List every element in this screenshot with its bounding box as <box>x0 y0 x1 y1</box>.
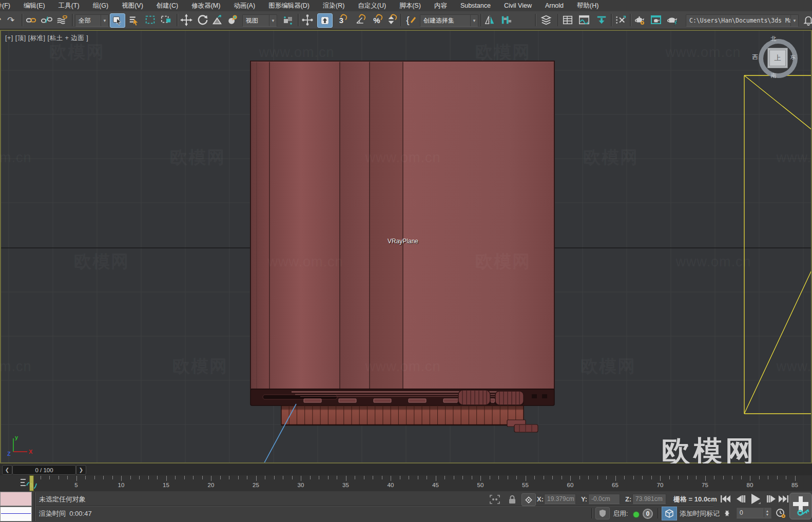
go-to-end-button[interactable] <box>777 493 790 505</box>
y-coordinate-field[interactable]: -0.0cm <box>588 494 620 504</box>
selection-center-button[interactable] <box>317 13 333 28</box>
viewcube-south[interactable]: 南 <box>770 72 777 80</box>
menu-item-6[interactable]: 修改器(M) <box>185 0 227 11</box>
render-production-button[interactable] <box>665 13 680 27</box>
z-coordinate-field[interactable]: 73.981cm <box>632 494 666 504</box>
redo-button[interactable]: ↷ <box>4 13 17 27</box>
piano-model[interactable] <box>250 61 554 432</box>
selection-lock-icon[interactable] <box>507 494 517 505</box>
rendered-frame-window-button[interactable] <box>649 13 663 27</box>
menu-item-2[interactable]: 工具(T) <box>52 0 86 11</box>
angle-snap-button[interactable] <box>353 13 366 27</box>
time-slider-value[interactable]: 0 / 100 <box>12 465 76 475</box>
window-crossing-button[interactable] <box>160 13 173 27</box>
spinner-snap-button[interactable] <box>384 13 398 27</box>
layer-manager-button[interactable] <box>539 13 553 27</box>
ruler-tick <box>256 476 257 481</box>
project-folder-dropdown[interactable]: C:\Users\Han\Documents\3ds Max 2022 ▼ <box>686 14 799 27</box>
select-place-button[interactable] <box>226 13 239 27</box>
select-scale-button[interactable] <box>210 13 224 27</box>
time-configuration-button[interactable] <box>774 507 787 519</box>
scene-explorer-button[interactable] <box>560 13 575 27</box>
ruler-tick <box>427 476 427 479</box>
schematic-view-button[interactable] <box>594 13 609 27</box>
isolate-selection-toolbar-button[interactable] <box>613 13 628 27</box>
time-slider-prev-button[interactable]: ❮ <box>2 465 12 475</box>
viewcube[interactable]: 上 北 南 西 东 <box>758 38 799 79</box>
mirror-button[interactable] <box>483 13 496 27</box>
x-coordinate-field[interactable]: 19.379cm <box>544 494 576 504</box>
ruler-tick <box>534 476 535 479</box>
align-button[interactable] <box>499 13 513 27</box>
current-frame-marker[interactable] <box>29 475 34 491</box>
menu-item-5[interactable]: 创建(C) <box>150 0 185 11</box>
notification-bell-icon[interactable] <box>802 13 812 27</box>
viewcube-west[interactable]: 西 <box>751 53 759 61</box>
absolute-mode-toggle[interactable] <box>521 493 536 506</box>
add-time-tag[interactable]: 添加时间标记 <box>680 509 720 518</box>
menu-item-16[interactable]: 帮助(H) <box>570 0 605 11</box>
select-link-button[interactable] <box>25 13 38 27</box>
menu-item-4[interactable]: 视图(V) <box>115 0 150 11</box>
menu-item-15[interactable]: Arnold <box>538 0 570 11</box>
use-pivot-center-button[interactable] <box>280 13 296 27</box>
viewcube-east[interactable]: 东 <box>789 53 797 61</box>
menu-item-12[interactable]: 内容 <box>428 0 454 11</box>
key-mode-toggle[interactable] <box>720 507 731 519</box>
menu-item-10[interactable]: 自定义(U) <box>351 0 393 11</box>
rectangular-selection-region-button[interactable] <box>144 13 157 27</box>
selection-filter-dropdown[interactable]: 全部 ▼ <box>75 14 109 27</box>
menu-item-7[interactable]: 动画(A) <box>227 0 262 11</box>
menu-item-13[interactable]: Substance <box>454 0 497 11</box>
select-rotate-button[interactable] <box>196 13 209 27</box>
bind-spacewarp-button[interactable] <box>55 13 69 27</box>
set-key-button[interactable] <box>789 493 812 519</box>
select-move-button[interactable] <box>180 13 193 27</box>
degradation-shield-button[interactable] <box>595 507 610 519</box>
menu-item-3[interactable]: 组(G) <box>86 0 115 11</box>
viewport-top[interactable]: y X Z [+] [顶] [标准] [粘土 + 边面 ] VRayPlane … <box>0 30 812 463</box>
ruler-tick <box>660 476 661 481</box>
time-slider-row[interactable]: ❮ 0 / 100 ❯ <box>0 463 812 476</box>
maxscript-mini-listener-white[interactable] <box>0 507 32 521</box>
percent-snap-button[interactable]: % <box>370 13 383 27</box>
menu-item-11[interactable]: 脚本(S) <box>393 0 428 11</box>
viewcube-north[interactable]: 北 <box>770 35 777 43</box>
menu-item-0[interactable]: 文件(F) <box>0 0 17 11</box>
play-button[interactable] <box>747 492 764 506</box>
maxscript-mini-listener-pink[interactable] <box>0 492 32 506</box>
viewport-label[interactable]: [+] [顶] [标准] [粘土 + 边面 ] <box>5 34 88 43</box>
ruler-tick <box>597 476 598 479</box>
isolate-selection-icon[interactable] <box>489 494 501 505</box>
frame-spinner[interactable]: ▲▼ <box>764 508 770 517</box>
select-by-name-button[interactable] <box>127 13 141 27</box>
go-to-start-button[interactable] <box>719 493 732 505</box>
menu-item-1[interactable]: 编辑(E) <box>17 0 52 11</box>
ruler-tick <box>211 476 211 481</box>
edit-named-selection-button[interactable]: { <box>404 13 418 27</box>
ruler-tick <box>444 476 445 479</box>
next-frame-button[interactable] <box>765 493 778 505</box>
timeline-ruler[interactable]: 0510152025303540455055606570758085 <box>0 475 803 491</box>
menu-item-9[interactable]: 渲染(R) <box>316 0 351 11</box>
ruler-tick <box>310 476 311 479</box>
menu-item-14[interactable]: Civil View <box>497 0 538 11</box>
curve-editor-button[interactable] <box>577 13 591 27</box>
current-frame-field[interactable]: 0 ▲▼ <box>736 507 772 518</box>
undo-button[interactable]: ↶ <box>0 13 4 27</box>
enable-count-badge[interactable]: 0 <box>643 509 653 519</box>
viewcube-top-face[interactable]: 上 <box>767 48 788 68</box>
snap-handle-icon[interactable] <box>301 13 314 27</box>
render-setup-button[interactable] <box>632 13 647 27</box>
previous-frame-button[interactable] <box>734 493 747 505</box>
track-bar[interactable]: 0510152025303540455055606570758085 <box>0 475 812 492</box>
named-selection-sets-dropdown[interactable]: 创建选择集 ▼ <box>420 14 478 27</box>
selected-wireframe[interactable] <box>744 75 812 414</box>
select-object-button[interactable] <box>110 13 125 28</box>
reference-coordinate-dropdown[interactable]: 视图 ▼ <box>242 14 277 27</box>
unlink-button[interactable] <box>40 13 53 27</box>
snap-toggle-3d-button[interactable]: 3 <box>335 13 348 27</box>
menu-item-8[interactable]: 图形编辑器(D) <box>262 0 316 11</box>
time-slider-next-button[interactable]: ❯ <box>76 465 86 475</box>
time-tag-cube-button[interactable] <box>662 507 677 520</box>
